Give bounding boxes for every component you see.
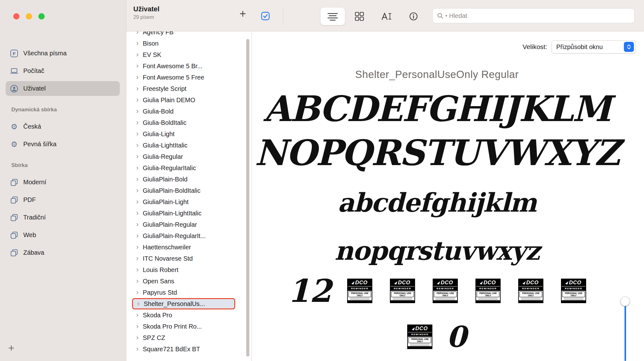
chevron-right-icon[interactable]: ›	[135, 210, 140, 217]
search-input[interactable]	[449, 12, 630, 19]
font-row[interactable]: › Giulia-Light	[132, 128, 235, 140]
badge-reminder: REMINDER	[348, 286, 372, 291]
font-row[interactable]: › Giulia-Bold	[132, 106, 235, 117]
sidebar-item-user[interactable]: Uživatel	[6, 81, 120, 96]
chevron-right-icon[interactable]: ›	[135, 40, 140, 47]
badge-footer-bar	[562, 300, 586, 303]
chevron-right-icon[interactable]: ›	[135, 164, 140, 171]
font-row[interactable]: › ITC Novarese Std	[132, 253, 235, 264]
font-row[interactable]: › Skoda Pro Print Ro...	[132, 321, 235, 332]
font-row[interactable]: › Shelter_PersonalUs...	[132, 298, 235, 309]
chevron-right-icon[interactable]: ›	[135, 51, 140, 58]
font-row[interactable]: › Agency FB	[132, 31, 235, 38]
select-checkbox-button[interactable]	[261, 11, 270, 21]
chevron-right-icon[interactable]: ›	[135, 334, 140, 341]
font-row[interactable]: › SPZ CZ	[132, 332, 235, 343]
add-font-button[interactable]: +	[236, 8, 249, 19]
font-row[interactable]: › GiuliaPlain-Bold	[132, 174, 235, 185]
font-row[interactable]: › Skoda Pro	[132, 309, 235, 321]
badge-personal-use: PERSONAL USE ONLY	[562, 292, 585, 297]
sidebar-item-pevna-sirka[interactable]: ⚙ Pevná šířka	[6, 137, 120, 152]
search-field[interactable]: ▾	[432, 8, 635, 23]
font-row[interactable]: › GiuliaPlain-RegularIt...	[132, 230, 235, 242]
size-slider-track[interactable]	[625, 306, 626, 361]
chevron-right-icon[interactable]: ›	[135, 232, 140, 239]
chevron-right-icon[interactable]: ›	[135, 244, 140, 251]
preview-pane: Velikost: Přizpůsobit oknu Shelter_Perso…	[252, 31, 644, 361]
list-view-icon	[327, 12, 338, 21]
chevron-right-icon[interactable]: ›	[135, 346, 140, 353]
font-row[interactable]: › Louis Robert	[132, 264, 235, 275]
badge-personal-use: PERSONAL USE ONLY	[391, 292, 414, 297]
font-row[interactable]: › GiuliaPlain-Regular	[132, 219, 235, 230]
sidebar-item-pdf[interactable]: PDF	[6, 192, 120, 207]
chevron-right-icon[interactable]: ›	[135, 131, 140, 137]
user-icon	[9, 84, 19, 93]
chevron-right-icon[interactable]: ›	[135, 97, 140, 103]
font-row[interactable]: › Font Awesome 5 Free	[132, 72, 235, 83]
font-row[interactable]: › GiuliaPlain-LightItalic	[132, 208, 235, 219]
font-row[interactable]: › Papyrus Std	[132, 287, 235, 298]
size-label: Velikost:	[523, 43, 547, 51]
text-sample-button[interactable]	[374, 8, 399, 25]
sidebar-item-ceska[interactable]: ⚙ Česká	[6, 119, 120, 134]
badge-footer-bar	[519, 300, 543, 303]
badge-header: DCO	[519, 279, 543, 286]
search-scope-arrow-icon[interactable]: ▾	[445, 14, 447, 18]
font-row[interactable]: › Giulia-LightItalic	[132, 140, 235, 151]
font-name: Giulia Plain DEMO	[143, 97, 195, 104]
sidebar-item-computer[interactable]: Počítač	[6, 64, 120, 78]
font-name: Agency FB	[143, 31, 174, 36]
size-select[interactable]: Přizpůsobit oknu	[552, 40, 636, 53]
font-row[interactable]: › Giulia-BoldItalic	[132, 117, 235, 128]
font-row[interactable]: › Freestyle Script	[132, 83, 235, 94]
font-row[interactable]: › Font Awesome 5 Br...	[132, 60, 235, 72]
font-row[interactable]: › EV SK	[132, 49, 235, 60]
chevron-right-icon[interactable]: ›	[135, 221, 140, 228]
chevron-right-icon[interactable]: ›	[135, 255, 140, 262]
sidebar-item-all-fonts[interactable]: F Všechna písma	[6, 46, 120, 61]
chevron-right-icon[interactable]: ›	[135, 85, 140, 92]
font-name: GiuliaPlain-Regular	[143, 221, 197, 228]
chevron-right-icon[interactable]: ›	[135, 198, 140, 205]
grid-view-button[interactable]	[347, 8, 372, 25]
badge-reminder: REMINDER	[519, 286, 543, 291]
font-row[interactable]: › Bison	[132, 38, 235, 49]
font-row[interactable]: › Giulia Plain DEMO	[132, 94, 235, 106]
missing-glyph-badge: DCO REMINDER PERSONAL USE ONLY	[518, 279, 543, 303]
font-row[interactable]: › Open Sans	[132, 275, 235, 287]
info-button[interactable]	[401, 8, 426, 25]
chevron-right-icon[interactable]: ›	[135, 153, 140, 160]
font-name: Giulia-LightItalic	[143, 142, 187, 149]
sidebar-item-label: Web	[23, 231, 36, 239]
size-slider-thumb[interactable]	[620, 297, 630, 306]
sidebar-item-moderni[interactable]: Moderní	[6, 175, 120, 190]
font-row[interactable]: › Haettenschweiler	[132, 242, 235, 253]
chevron-right-icon[interactable]: ›	[135, 266, 140, 273]
font-list-scrollbar[interactable]	[246, 39, 249, 357]
chevron-right-icon[interactable]: ›	[135, 63, 140, 69]
add-collection-button[interactable]: +	[8, 342, 14, 354]
pen-icon	[480, 281, 483, 285]
chevron-right-icon[interactable]: ›	[135, 119, 140, 126]
chevron-right-icon[interactable]: ›	[135, 74, 140, 81]
sidebar-item-web[interactable]: Web	[6, 228, 120, 242]
list-view-button[interactable]	[320, 8, 345, 25]
chevron-right-icon[interactable]: ›	[136, 300, 141, 307]
font-row[interactable]: › Giulia-Regular	[132, 151, 235, 162]
chevron-right-icon[interactable]: ›	[135, 323, 140, 330]
chevron-right-icon[interactable]: ›	[135, 187, 140, 194]
font-row[interactable]: › GiuliaPlain-BoldItalic	[132, 185, 235, 196]
sidebar-item-tradicni[interactable]: Tradiční	[6, 210, 120, 225]
font-row[interactable]: › Giulia-RegularItalic	[132, 162, 235, 174]
chevron-right-icon[interactable]: ›	[135, 31, 140, 36]
chevron-right-icon[interactable]: ›	[135, 142, 140, 149]
chevron-right-icon[interactable]: ›	[135, 176, 140, 183]
chevron-right-icon[interactable]: ›	[135, 108, 140, 115]
chevron-right-icon[interactable]: ›	[135, 278, 140, 285]
chevron-right-icon[interactable]: ›	[135, 289, 140, 296]
font-row[interactable]: › GiuliaPlain-Light	[132, 196, 235, 208]
sidebar-item-zabava[interactable]: Zábava	[6, 245, 120, 260]
chevron-right-icon[interactable]: ›	[135, 312, 140, 319]
font-row[interactable]: › Square721 BdEx BT	[132, 343, 235, 355]
